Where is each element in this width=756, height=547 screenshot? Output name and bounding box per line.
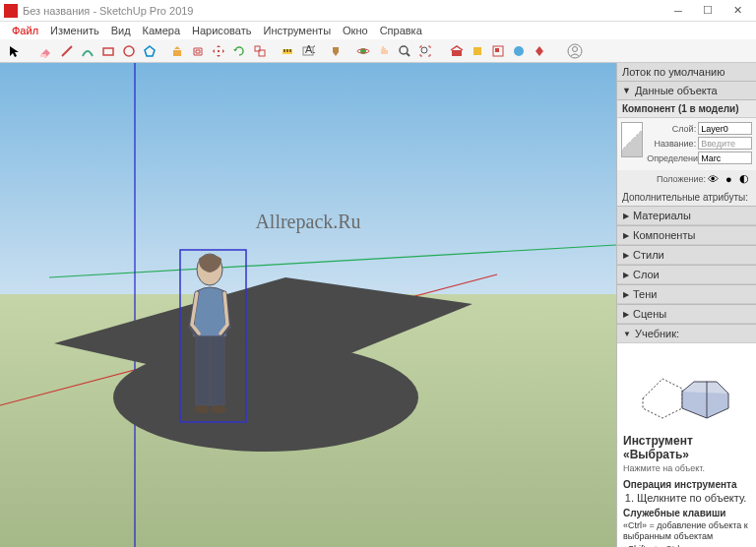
svg-text:A1: A1 <box>305 44 315 55</box>
acc-styles[interactable]: ▶Стили <box>617 245 756 265</box>
polygon-icon[interactable] <box>141 42 158 60</box>
menu-help[interactable]: Справка <box>374 23 428 38</box>
warehouse-icon[interactable] <box>448 42 466 60</box>
acc-shadows[interactable]: ▶Тени <box>617 284 756 304</box>
move-icon[interactable] <box>210 42 227 60</box>
eraser-icon[interactable] <box>37 42 55 60</box>
acc-instructor[interactable]: ▼Учебник: <box>617 324 756 343</box>
pan-icon[interactable] <box>375 42 393 60</box>
layer-label: Слой: <box>647 124 696 134</box>
op-step: Щелкните по объекту. <box>637 492 750 504</box>
svg-rect-34 <box>211 336 224 405</box>
menu-draw[interactable]: Нарисовать <box>186 23 257 38</box>
layer-input[interactable]: Layer0 <box>698 122 752 135</box>
svg-point-17 <box>421 47 427 53</box>
name-input[interactable]: Введите имя экземпляра <box>698 137 752 150</box>
op-header: Операция инструмента <box>623 479 750 490</box>
maximize-button[interactable]: ☐ <box>693 1 723 21</box>
svg-rect-0 <box>40 54 46 57</box>
visibility-icon[interactable]: 👁 <box>708 173 719 185</box>
acc-materials[interactable]: ▶Материалы <box>617 206 756 225</box>
zoom-extents-icon[interactable] <box>416 42 434 60</box>
text-icon[interactable]: A1 <box>299 42 317 60</box>
component-header: Компонент (1 в модели) <box>617 100 756 118</box>
pos-label: Положение: <box>621 174 706 184</box>
tray-panel: Лоток по умолчанию ▼Данные объекта Компо… <box>616 63 756 547</box>
acc-components[interactable]: ▶Компоненты <box>617 225 756 245</box>
zoom-icon[interactable] <box>396 42 413 60</box>
name-label: Название: <box>647 139 696 149</box>
component-thumbnail[interactable] <box>621 122 643 157</box>
titlebar: Без названия - SketchUp Pro 2019 ─ ☐ ✕ <box>0 0 756 22</box>
svg-point-24 <box>573 46 578 51</box>
arc-icon[interactable] <box>79 42 96 60</box>
minimize-button[interactable]: ─ <box>663 1 693 21</box>
menubar: Файл Изменить Вид Камера Нарисовать Инст… <box>0 22 756 39</box>
close-button[interactable]: ✕ <box>723 1 752 21</box>
offset-icon[interactable] <box>189 42 207 60</box>
menu-window[interactable]: Окно <box>337 23 374 38</box>
svg-point-35 <box>194 405 210 413</box>
svg-point-22 <box>514 46 524 56</box>
rotate-icon[interactable] <box>230 42 248 60</box>
user-icon[interactable] <box>566 42 584 60</box>
svg-line-16 <box>407 53 410 56</box>
lock-icon[interactable]: ● <box>725 173 732 185</box>
window-title: Без названия - SketchUp Pro 2019 <box>23 5 663 17</box>
menu-tools[interactable]: Инструменты <box>257 23 337 38</box>
svg-rect-25 <box>0 63 616 294</box>
select-icon[interactable] <box>6 42 24 60</box>
acc-layers[interactable]: ▶Слои <box>617 265 756 284</box>
scale-icon[interactable] <box>251 42 269 60</box>
svg-rect-19 <box>473 47 481 55</box>
svg-point-3 <box>124 46 134 56</box>
menu-edit[interactable]: Изменить <box>44 23 105 38</box>
tray-header[interactable]: Лоток по умолчанию <box>617 63 756 82</box>
svg-rect-18 <box>452 50 462 56</box>
key-2: «Shift» + «Ctrl» = удаление объекта из в… <box>623 544 750 547</box>
extra-icon[interactable] <box>531 42 548 60</box>
svg-rect-33 <box>196 336 210 405</box>
def-label: Определение: <box>647 153 696 163</box>
instructor-subtitle: Нажмите на объект. <box>623 463 750 473</box>
toolbar: A1 <box>0 39 756 63</box>
keys-header: Служебные клавиши <box>623 508 750 518</box>
app-icon <box>4 4 18 18</box>
rectangle-icon[interactable] <box>99 42 117 60</box>
pushpull-icon[interactable] <box>168 42 186 60</box>
instructor-panel: Инструмент «Выбрать» Нажмите на объект. … <box>617 343 756 547</box>
geo-icon[interactable] <box>510 42 528 60</box>
entity-info-header[interactable]: ▼Данные объекта <box>617 82 756 100</box>
shadow-icon[interactable]: ◐ <box>739 172 749 185</box>
layout-icon[interactable] <box>489 42 507 60</box>
svg-rect-2 <box>103 48 113 55</box>
svg-line-1 <box>62 46 72 56</box>
orbit-icon[interactable] <box>354 42 372 60</box>
svg-point-30 <box>113 343 418 452</box>
acc-scenes[interactable]: ▶Сцены <box>617 304 756 324</box>
component-info: Слой:Layer0 Название:Введите имя экземпл… <box>617 118 756 170</box>
paint-icon[interactable] <box>327 42 345 60</box>
attrs-header: Дополнительные атрибуты: <box>617 189 756 206</box>
instructor-title: Инструмент «Выбрать» <box>623 434 750 461</box>
menu-view[interactable]: Вид <box>105 23 137 38</box>
extension-icon[interactable] <box>469 42 486 60</box>
viewport-3d[interactable]: Allrepack.Ru <box>0 63 616 547</box>
menu-file[interactable]: Файл <box>6 23 44 38</box>
tape-icon[interactable] <box>279 42 296 60</box>
svg-point-15 <box>400 46 408 54</box>
svg-point-36 <box>211 405 226 413</box>
circle-icon[interactable] <box>120 42 138 60</box>
svg-rect-21 <box>495 48 499 52</box>
def-input[interactable]: Marc <box>698 152 752 164</box>
menu-camera[interactable]: Камера <box>137 23 186 38</box>
instructor-illustration <box>623 349 750 428</box>
svg-rect-4 <box>173 50 181 56</box>
line-icon[interactable] <box>58 42 76 60</box>
key-1: «Ctrl» = добавление объекта к выбранным … <box>623 520 750 542</box>
